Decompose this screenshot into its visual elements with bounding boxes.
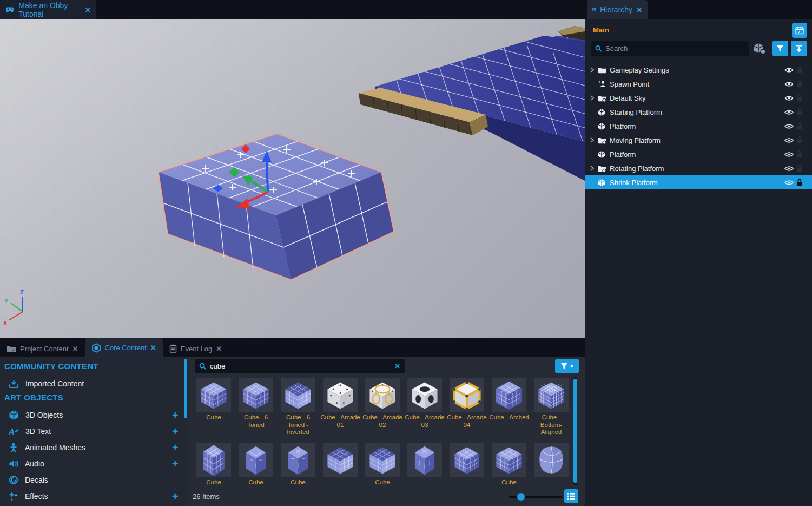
sidebar-item-decals[interactable]: Decals (0, 472, 188, 488)
hierarchy-row-platform[interactable]: Platform (585, 119, 812, 133)
asset-item[interactable]: Cube (488, 443, 530, 487)
asset-item[interactable] (446, 443, 488, 479)
asset-item[interactable]: Cube (361, 443, 404, 487)
lock-icon[interactable] (796, 80, 803, 88)
asset-item[interactable] (319, 443, 361, 479)
close-tab-icon[interactable]: ✕ (150, 344, 156, 352)
asset-item[interactable]: Cube (235, 443, 277, 487)
tab-hierarchy[interactable]: Hierarchy ✕ (587, 0, 648, 19)
close-tab-icon[interactable]: ✕ (85, 6, 91, 14)
asset-item[interactable]: Cube - Arcade 04 (446, 378, 488, 429)
asset-item[interactable] (530, 443, 572, 479)
hierarchy-row-shrink-platform-selected[interactable]: Shrink Platform (585, 175, 812, 189)
close-tab-icon[interactable]: ✕ (216, 345, 222, 353)
add-effects-button[interactable]: + (172, 491, 179, 502)
asset-thumbnail (407, 443, 442, 477)
tab-project-content[interactable]: Project Content ✕ (0, 340, 85, 357)
asset-item[interactable]: Cube (193, 443, 235, 487)
clear-search-icon[interactable]: ✕ (394, 362, 400, 370)
hierarchy-row-default-sky[interactable]: Default Sky (585, 91, 812, 105)
add-3d-text-button[interactable]: + (172, 426, 179, 437)
cube-icon (598, 122, 610, 130)
sidebar-item-label: 3D Text (25, 427, 188, 436)
hierarchy-row-rotating-platform[interactable]: Rotating Platform (585, 161, 812, 175)
visibility-eye-icon[interactable] (784, 95, 794, 101)
lock-icon[interactable] (796, 179, 803, 186)
thumbnail-size-slider-track[interactable] (509, 496, 563, 498)
hierarchy-row-platform-2[interactable]: Platform (585, 147, 812, 161)
lock-icon[interactable] (796, 150, 803, 158)
asset-item[interactable]: Cube (277, 443, 319, 487)
hierarchy-row-spawn-point[interactable]: Spawn Point (585, 77, 812, 91)
add-3d-objects-button[interactable]: + (172, 410, 179, 420)
sidebar-item-3d-objects[interactable]: 3D Objects + (0, 407, 188, 423)
visibility-eye-icon[interactable] (784, 123, 794, 129)
visibility-eye-icon[interactable] (784, 81, 794, 87)
sidebar-scrollbar[interactable] (184, 359, 187, 418)
add-audio-button[interactable]: + (172, 458, 179, 469)
import-icon (9, 379, 19, 389)
lock-icon[interactable] (796, 122, 803, 130)
tab-core-content[interactable]: Core Content ✕ (85, 338, 163, 357)
sidebar-item-label: Imported Content (25, 379, 188, 388)
expand-caret-icon[interactable] (590, 166, 598, 171)
collapse-all-button[interactable] (791, 41, 807, 56)
lock-icon[interactable] (796, 136, 803, 144)
speaker-icon (9, 459, 18, 468)
close-tab-icon[interactable]: ✕ (636, 6, 642, 14)
sidebar-item-animated-meshes[interactable]: Animated Meshes + (0, 439, 188, 456)
thumbnail-size-slider[interactable] (517, 493, 525, 501)
asset-label: Cube (193, 414, 234, 422)
asset-search-input[interactable] (210, 362, 391, 370)
lock-icon[interactable] (796, 165, 803, 172)
asset-item[interactable]: Cube - Arcade 01 (319, 378, 361, 429)
browser-status-bar: 26 Items (188, 487, 585, 506)
sidebar-item-3d-text[interactable]: A 3D Text + (0, 423, 188, 439)
visibility-eye-icon[interactable] (784, 137, 794, 143)
asset-thumbnail (365, 443, 400, 477)
hierarchy-filter-button[interactable] (772, 41, 788, 56)
sidebar-item-effects[interactable]: Effects + (0, 488, 188, 504)
tab-make-an-obby-tutorial[interactable]: Make an Obby Tutorial ✕ (0, 0, 96, 19)
asset-item[interactable]: Cube - Arcade 03 (404, 378, 446, 429)
asset-filter-button[interactable]: ▾ (555, 359, 579, 373)
asset-scrollbar-thumb[interactable] (573, 379, 577, 483)
asset-item[interactable]: Cube - Arched (488, 378, 530, 422)
close-tab-icon[interactable]: ✕ (72, 345, 78, 353)
expand-caret-icon[interactable] (590, 95, 598, 101)
lock-icon[interactable] (796, 94, 803, 102)
sidebar-item-label: 3D Objects (25, 411, 188, 419)
expand-caret-icon[interactable] (590, 67, 598, 73)
asset-item[interactable]: Cube (193, 378, 235, 422)
sidebar-item-imported-content[interactable]: Imported Content (0, 376, 188, 392)
asset-item[interactable] (404, 443, 446, 479)
visibility-eye-icon[interactable] (784, 180, 794, 186)
art-objects-header: ART OBJECTS (4, 393, 63, 402)
visibility-eye-icon[interactable] (784, 109, 794, 115)
asset-item[interactable]: Cube - 6 Toned (235, 378, 277, 429)
asset-item[interactable]: Cube - Arcade 02 (361, 378, 404, 429)
expand-caret-icon[interactable] (590, 137, 598, 143)
sidebar-item-audio[interactable]: Audio + (0, 456, 188, 472)
asset-search[interactable]: ✕ (195, 359, 405, 373)
visibility-eye-icon[interactable] (784, 152, 794, 157)
asset-item[interactable]: Cube - 6 Toned - Inverted (277, 378, 319, 436)
hierarchy-search[interactable] (591, 41, 749, 56)
lock-icon[interactable] (796, 108, 803, 116)
asset-thumbnail (534, 378, 569, 412)
add-animated-meshes-button[interactable]: + (172, 442, 179, 453)
asset-label: Cube - Arcade 02 (362, 414, 403, 429)
tab-event-log[interactable]: Event Log ✕ (163, 340, 228, 357)
hierarchy-row-moving-platform[interactable]: Moving Platform (585, 133, 812, 147)
lock-icon[interactable] (796, 66, 803, 74)
visibility-eye-icon[interactable] (784, 67, 794, 73)
visibility-eye-icon[interactable] (784, 166, 794, 172)
hierarchy-row-gameplay-settings[interactable]: Gameplay Settings (585, 63, 812, 77)
asset-item[interactable]: Cube - Bottom-Aligned (530, 378, 572, 436)
hierarchy-row-starting-platform[interactable]: Starting Platform (585, 105, 812, 119)
viewport-3d[interactable]: Z Y X (0, 19, 585, 338)
hierarchy-search-input[interactable] (605, 44, 744, 52)
open-level-button[interactable] (792, 23, 807, 38)
view-mode-button[interactable] (564, 489, 578, 503)
tab-label: Hierarchy (600, 5, 632, 14)
